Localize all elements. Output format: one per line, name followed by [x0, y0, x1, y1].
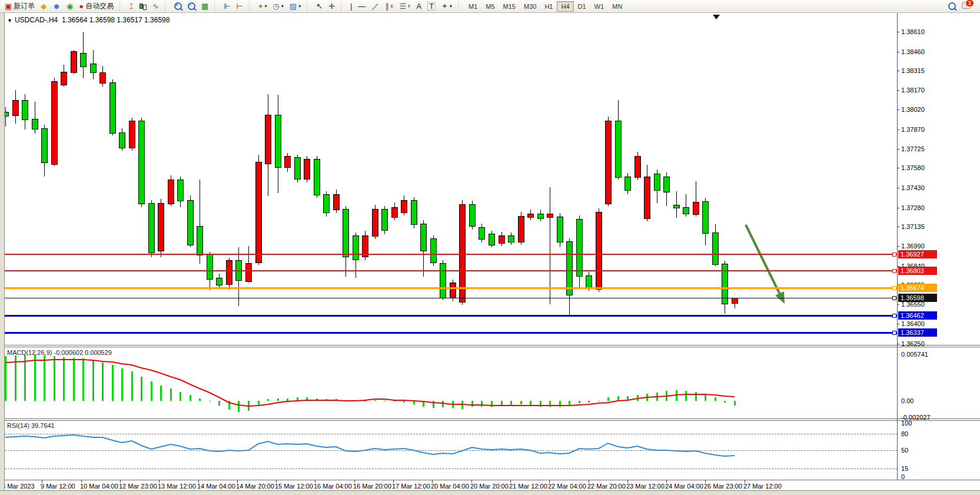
price-axis-tick: [897, 71, 899, 71]
timeframe-d1[interactable]: D1: [574, 1, 590, 12]
macd-histogram-bar: [306, 397, 308, 401]
object-marker-icon[interactable]: [713, 15, 720, 19]
timeframe-group: M1M5M15M30H1H4D1W1MN: [463, 0, 628, 12]
line-chart-mode-button[interactable]: ∿: [150, 1, 162, 11]
price-line-handle[interactable]: [892, 296, 896, 300]
price-line-handle[interactable]: [892, 253, 896, 257]
collapse-triangle-icon[interactable]: ▼: [7, 18, 12, 24]
price-axis-tick: [897, 129, 899, 130]
chart-shift-button[interactable]: ⊢: [234, 1, 246, 11]
macd-label: MACD(12,26,9) -0.000602 0.000529: [7, 349, 112, 356]
notifications-button[interactable]: 1: [959, 1, 974, 12]
candle-body: [420, 224, 427, 251]
chevron-down-icon: ▾: [450, 2, 452, 10]
cursor-tool-button[interactable]: ↖: [313, 1, 325, 11]
search-button[interactable]: [945, 1, 959, 11]
price-line[interactable]: [5, 298, 897, 298]
macd-histogram-bar: [316, 398, 318, 401]
new-order-button[interactable]: ▣ 新订单: [2, 0, 38, 12]
price-line-badge: 1.36337: [898, 328, 937, 337]
cursor-icon: ↖: [316, 2, 323, 10]
toolbar: ▣ 新订单 ◆ ☻ ◉ ● 自动交易 ⌶ ∿ + − ▦: [0, 0, 980, 13]
macd-histogram-bar: [705, 394, 706, 401]
time-axis-label: 20 Mar 20:00: [470, 483, 509, 490]
shapes-tool-button[interactable]: ✦▾: [438, 1, 455, 11]
macd-histogram-bar: [44, 356, 45, 401]
price-axis-label: 1.36990: [901, 242, 925, 250]
price-line-handle[interactable]: [892, 331, 896, 335]
price-line[interactable]: [5, 315, 897, 317]
candle-body: [109, 82, 116, 134]
candle-body: [304, 159, 310, 180]
price-line-handle[interactable]: [892, 314, 896, 318]
toolbar-separator: [307, 1, 310, 11]
period-button[interactable]: ◷▾: [270, 1, 286, 11]
auto-scroll-button[interactable]: ⊩: [221, 1, 233, 11]
timeframe-m30[interactable]: M30: [520, 1, 540, 12]
crosshair-tool-button[interactable]: ✛: [325, 1, 338, 11]
candle-body: [732, 298, 738, 304]
macd-histogram-bar: [54, 356, 55, 401]
macd-histogram-bar: [355, 401, 357, 401]
candle-chart-mode-button[interactable]: [137, 1, 150, 11]
price-line-handle[interactable]: [892, 269, 896, 273]
channel-tool-button[interactable]: ∥E: [382, 1, 396, 11]
market-watch-button[interactable]: ◆: [38, 1, 49, 11]
window-bottom-frame: [0, 490, 980, 495]
accounts-button[interactable]: ☻: [49, 1, 64, 11]
bar-chart-mode-button[interactable]: ⌶: [126, 1, 137, 11]
timeframe-m1[interactable]: M1: [464, 1, 481, 12]
macd-values: -0.000602 0.000529: [54, 349, 111, 356]
candle-body: [527, 214, 534, 218]
time-axis-tick: [354, 480, 355, 483]
candlestick-icon: [139, 2, 147, 10]
candle-body: [479, 227, 485, 240]
timeframe-h1[interactable]: H1: [540, 1, 557, 12]
channel-icon: ∥: [385, 2, 389, 10]
candle-body: [197, 226, 203, 255]
trendline-tool-button[interactable]: ／: [368, 1, 382, 11]
macd-histogram-bar: [112, 365, 114, 401]
timeframe-h4[interactable]: H4: [557, 1, 573, 12]
label-tool-button[interactable]: T: [424, 1, 438, 12]
signals-button[interactable]: ◉: [64, 1, 76, 11]
macd-histogram-bar: [277, 398, 279, 401]
toolbar-separator: [458, 1, 461, 11]
macd-histogram-bar: [442, 401, 444, 407]
panel-separator[interactable]: [0, 418, 980, 419]
timeframe-m15[interactable]: M15: [499, 1, 520, 12]
timeframe-w1[interactable]: W1: [590, 1, 609, 12]
add-indicator-button[interactable]: +▾: [255, 1, 270, 11]
tile-windows-button[interactable]: ▦: [198, 1, 211, 11]
price-line[interactable]: [5, 287, 897, 289]
text-tool-button[interactable]: A: [413, 1, 424, 11]
zoom-in-button[interactable]: +: [171, 1, 185, 11]
time-axis-label: 23 Mar 12:00: [626, 483, 665, 490]
template-icon: ▨: [290, 2, 297, 10]
candle-wick: [5, 107, 6, 127]
price-axis-tick: [897, 90, 899, 91]
price-axis-label: 1.38020: [901, 106, 925, 113]
price-line-badge: 1.36462: [898, 311, 937, 320]
timeframe-mn[interactable]: MN: [608, 1, 626, 12]
candle-body: [51, 81, 58, 165]
zoom-out-button[interactable]: −: [185, 1, 198, 11]
vline-tool-button[interactable]: |: [347, 1, 355, 11]
price-line[interactable]: [5, 332, 897, 334]
fibonacci-tool-button[interactable]: ☰F: [397, 1, 414, 11]
vertical-line-icon: |: [350, 2, 352, 10]
timeframe-m5[interactable]: M5: [481, 1, 499, 12]
price-line[interactable]: [5, 270, 897, 271]
price-line-badge: 1.36598: [898, 294, 937, 302]
candle-body: [508, 235, 514, 242]
time-axis-label: 9 Mar 12:00: [41, 483, 75, 490]
panel-separator[interactable]: [0, 345, 980, 345]
candle-body: [177, 180, 184, 201]
auto-trading-button[interactable]: ● 自动交易: [76, 0, 117, 12]
macd-histogram-bar: [141, 377, 142, 401]
price-line[interactable]: [5, 254, 897, 255]
hline-tool-button[interactable]: —: [355, 1, 368, 11]
template-button[interactable]: ▨▾: [287, 1, 304, 11]
price-axis-tick: [897, 324, 899, 324]
price-line-handle[interactable]: [892, 286, 896, 290]
